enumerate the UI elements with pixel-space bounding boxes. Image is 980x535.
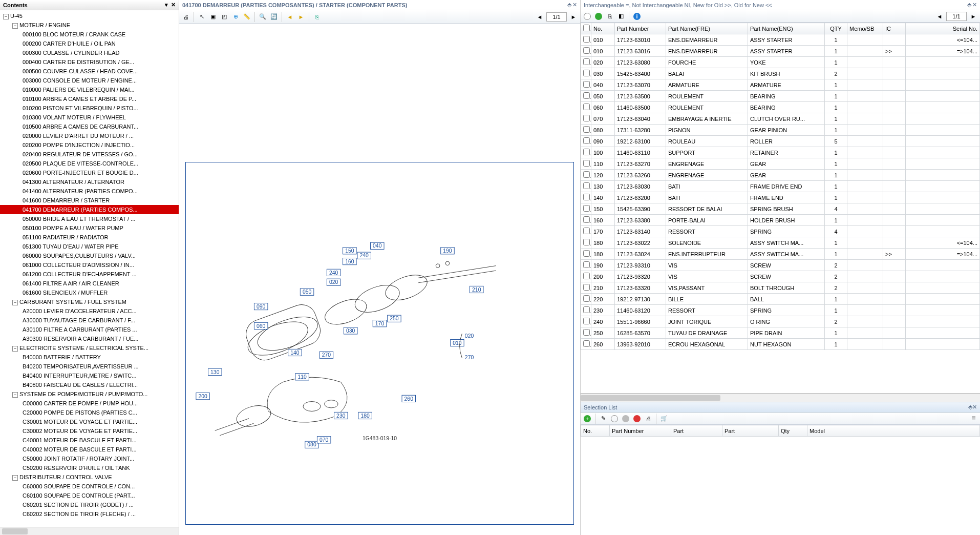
parts-action-icon[interactable]: ◧ <box>616 12 626 21</box>
row-check[interactable] <box>583 47 590 54</box>
selection-pin-icon[interactable]: ⬘ <box>968 404 972 410</box>
pointer-icon[interactable]: ↖ <box>197 12 206 22</box>
callout-270[interactable]: 270 <box>319 352 333 358</box>
check-all[interactable] <box>583 25 590 31</box>
col-pn[interactable]: Part Number <box>615 23 666 34</box>
callout-010[interactable]: 010 <box>451 339 464 346</box>
collapse-icon[interactable]: − <box>12 392 18 398</box>
row-check[interactable] <box>583 58 590 65</box>
tree-item[interactable]: 003000 CONSOLE DE MOTEUR / ENGINE... <box>0 76 179 85</box>
col-serial[interactable]: Serial No. <box>906 23 980 34</box>
tree-item[interactable]: 061200 COLLECTEUR D'ECHAPPEMENT ... <box>0 270 179 279</box>
tree-root[interactable]: −U-45 <box>0 11 179 20</box>
col-check[interactable] <box>581 23 591 34</box>
sel-edit-icon[interactable]: ✎ <box>599 414 608 423</box>
callout-210[interactable]: 210 <box>470 286 483 293</box>
col-qty[interactable]: QTY <box>825 23 847 34</box>
diagram-pin-icon[interactable]: ⬘ <box>567 2 571 8</box>
callout-030[interactable]: 030 <box>344 327 357 334</box>
table-row[interactable]: 02017123-63080FOURCHEYOKE1 <box>581 57 980 68</box>
sel-col-no[interactable]: No. <box>581 425 610 437</box>
tree-item[interactable]: B40000 BATTERIE / BATTERY <box>0 353 179 362</box>
table-row[interactable]: 13017123-63030BATIFRAME DRIVE END1 <box>581 181 980 192</box>
sel-menu-icon[interactable]: ≣ <box>969 414 978 423</box>
diagram-close-icon[interactable]: ✕ <box>572 2 577 8</box>
callout-060[interactable]: 060 <box>254 322 267 329</box>
tree-item[interactable]: C60201 SECTION DE TIROIR (GODET) / ... <box>0 500 179 509</box>
contents-hscrollbar[interactable] <box>0 527 179 535</box>
fwd-icon[interactable]: ► <box>296 12 306 22</box>
table-row[interactable]: 17017123-63140RESSORTSPRING4 <box>581 226 980 237</box>
collapse-icon[interactable]: − <box>12 346 18 352</box>
row-check[interactable] <box>583 205 590 212</box>
tree-item[interactable]: C60202 SECTION DE TIROIR (FLECHE) / ... <box>0 509 179 519</box>
table-row[interactable]: 15015425-63390RESSORT DE BALAISPRING BRU… <box>581 203 980 215</box>
sel-remove-icon[interactable] <box>621 414 630 423</box>
tree-item[interactable]: 050100 POMPE A EAU / WATER PUMP <box>0 223 179 233</box>
sel-cart-icon[interactable]: 🛒 <box>659 414 669 423</box>
refresh-icon[interactable]: 🔄 <box>269 12 279 22</box>
table-row[interactable]: 24015511-96660JOINT TORIQUEO RING2 <box>581 316 980 327</box>
callout-240[interactable]: 240 <box>327 269 340 276</box>
parts-close-icon[interactable]: ✕ <box>972 2 977 8</box>
tree-item[interactable]: 041700 DEMARREUR (PARTIES COMPOS... <box>0 205 179 214</box>
row-check[interactable] <box>583 295 590 302</box>
callout-020[interactable]: 020 <box>327 279 340 285</box>
row-check[interactable] <box>583 318 590 324</box>
parts-checkall-icon[interactable] <box>583 12 592 21</box>
row-check[interactable] <box>583 194 590 200</box>
row-check[interactable] <box>583 149 590 155</box>
tree-item[interactable]: 010200 PISTON ET VILEBREQUIN / PISTO... <box>0 104 179 113</box>
table-row[interactable]: 25016285-63570TUYAU DE DRAINAGEPIPE DRAI… <box>581 327 980 339</box>
row-check[interactable] <box>583 115 590 121</box>
tree-item[interactable]: C60000 SOUPAPE DE CONTROLE / CON... <box>0 482 179 491</box>
table-row[interactable]: 08017311-63280PIGNONGEAR PINION1 <box>581 125 980 136</box>
col-eng[interactable]: Part Name(ENG) <box>748 23 825 34</box>
tree-item[interactable]: 041400 ALTERNATEUR (PARTIES COMPO... <box>0 187 179 196</box>
row-check[interactable] <box>583 171 590 178</box>
selection-table-wrap[interactable]: No. Part Number Part Part Qty Model <box>581 425 980 535</box>
tree-group[interactable]: −CARBURANT SYSTEME / FUEL SYSTEM <box>0 297 179 306</box>
callout-250[interactable]: 250 <box>388 315 401 322</box>
zoom-window-icon[interactable]: ◰ <box>220 12 229 22</box>
row-check[interactable] <box>583 216 590 223</box>
parts-page-prev-icon[interactable]: ◄ <box>935 12 944 21</box>
callout-080[interactable]: 080 <box>305 441 318 448</box>
callout-130[interactable]: 130 <box>208 368 222 375</box>
collapse-icon[interactable]: − <box>3 14 9 19</box>
contents-close-icon[interactable]: ✕ <box>171 2 176 8</box>
tree-item[interactable]: 000300 CULASSE / CYLINDER HEAD <box>0 48 179 57</box>
row-check[interactable] <box>583 92 590 99</box>
table-row[interactable]: 06011460-63500ROULEMENTBEARING1 <box>581 102 980 113</box>
tree-item[interactable]: C50200 RESERVOIR D'HUILE / OIL TANK <box>0 463 179 472</box>
tree-item[interactable]: 020500 PLAQUE DE VITESSE-CONTROLE... <box>0 159 179 168</box>
tree-item[interactable]: B40400 INTERRUPTEUR,METRE / SWITC... <box>0 371 179 380</box>
tree-item[interactable]: 010000 PALIERS DE VILEBREQUIN / MAI... <box>0 85 179 94</box>
tree-item[interactable]: 051100 RADIATEUR / RADIATOR <box>0 233 179 242</box>
callout-140[interactable]: 140 <box>288 349 302 356</box>
table-row[interactable]: 11017123-63270ENGRENAGEGEAR1 <box>581 158 980 170</box>
table-row[interactable]: 18017123-63024ENS.INTERRUPTEURASSY SWITC… <box>581 249 980 260</box>
table-row[interactable]: 23011460-63120RESSORTSPRING1 <box>581 305 980 316</box>
tree-item[interactable]: C30002 MOTEUR DE VOYAGE ET PARTIE... <box>0 426 179 436</box>
parts-pin-icon[interactable]: ⬘ <box>967 2 971 8</box>
row-check[interactable] <box>583 239 590 245</box>
tree-item[interactable]: 041600 DEMARREUR / STARTER <box>0 196 179 205</box>
row-check[interactable] <box>583 104 590 110</box>
tree-group[interactable]: −SYSTEME DE POMPE/MOTEUR / PUMP/MOTO... <box>0 389 179 399</box>
table-row[interactable]: 26013963-92010ECROU HEXAGONALNUT HEXAGON… <box>581 339 980 350</box>
sel-add-icon[interactable]: + <box>583 414 592 423</box>
parts-table-wrap[interactable]: No. Part Number Part Name(FRE) Part Name… <box>581 23 980 394</box>
tree-item[interactable]: A20000 LEVIER D'ACCELERATEUR / ACC... <box>0 306 179 316</box>
table-row[interactable]: 20017123-93320VISSCREW2 <box>581 271 980 282</box>
table-row[interactable]: 18017123-63022SOLENOIDEASSY SWITCH MA...… <box>581 237 980 249</box>
tree-item[interactable]: C40001 MOTEUR DE BASCULE ET PARTI... <box>0 436 179 445</box>
tree-group[interactable]: −MOTEUR / ENGINE <box>0 20 179 30</box>
callout-260[interactable]: 260 <box>402 395 415 402</box>
sel-col-p2[interactable]: Part <box>722 425 779 437</box>
sel-col-pn[interactable]: Part Number <box>610 425 671 437</box>
tree-item[interactable]: 051300 TUYAU D'EAU / WATER PIPE <box>0 242 179 251</box>
table-row[interactable]: 21017123-63320VIS,PASSANTBOLT THROUGH2 <box>581 282 980 294</box>
callout-070[interactable]: 070 <box>317 437 330 443</box>
sel-print-icon[interactable]: 🖨 <box>644 414 653 423</box>
